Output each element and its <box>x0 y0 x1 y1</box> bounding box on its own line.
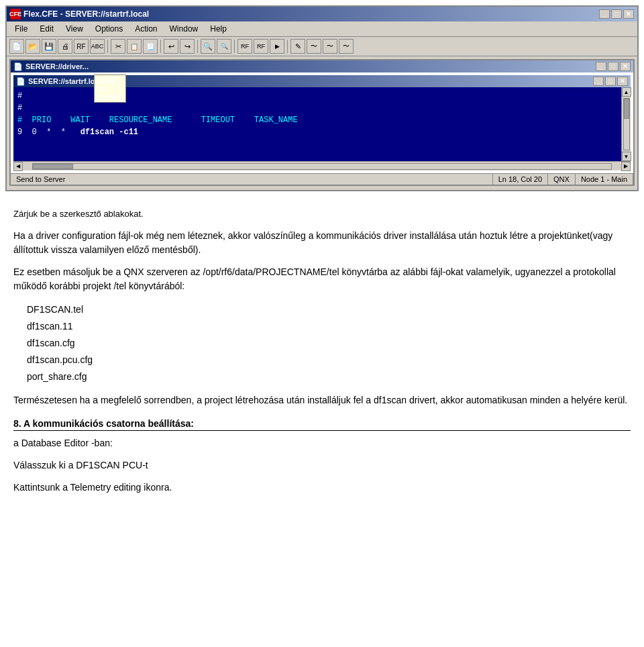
para-close-note: Zárjuk be a szerkesztő ablakokat. <box>13 207 631 221</box>
scroll-up-arrow[interactable]: ▲ <box>622 87 631 97</box>
scroll-down-arrow[interactable]: ▼ <box>622 152 631 161</box>
toolbar-print[interactable]: 🖨 <box>58 39 72 54</box>
toolbar-send1[interactable]: ▶ <box>270 39 284 54</box>
toolbar-sep2 <box>160 40 161 53</box>
inner-maximize[interactable]: □ <box>605 77 616 86</box>
para-install-note: Természetesen ha a megfelelő sorrendben,… <box>13 393 631 407</box>
app-titlebar: CFE Flex.CFE - SERVER://startrf.local _ … <box>7 7 637 21</box>
toolbar-redo[interactable]: ↪ <box>180 39 195 54</box>
outer-win-controls: _ □ ✕ <box>596 62 631 71</box>
v-scrollbar[interactable]: ▲ ▼ <box>621 87 631 161</box>
select-label: Válasszuk ki a DF1SCAN PCU-t <box>13 458 631 472</box>
para-driver-config: Ha a driver configuration fájl-ok még ne… <box>13 229 631 257</box>
file-item-4: df1scan.pcu.cfg <box>27 352 631 368</box>
toolbar-pen[interactable]: ✎ <box>290 39 305 54</box>
outer-doc-titlebar: 📄 SERVER://driver... Send to Server _ □ … <box>11 60 633 72</box>
minimize-button[interactable]: _ <box>599 9 610 19</box>
toolbar-undo[interactable]: ↩ <box>164 39 178 54</box>
file-item-5: port_share.cfg <box>27 368 631 385</box>
menu-view[interactable]: View <box>60 23 89 35</box>
outer-doc-title: SERVER://driver... <box>25 62 89 70</box>
toolbar-chart[interactable]: RF <box>74 39 89 54</box>
outer-minimize[interactable]: _ <box>596 62 606 71</box>
toolbar-open[interactable]: 📂 <box>25 39 40 54</box>
inner-title-left: 📄 SERVER://startrf.local <box>16 77 105 86</box>
toolbar-sep5 <box>287 40 288 53</box>
doc-title-area: 📄 SERVER://driver... Send to Server <box>13 62 89 71</box>
app-window: CFE Flex.CFE - SERVER://startrf.local _ … <box>5 5 639 191</box>
toolbar-new[interactable]: 📄 <box>9 39 24 54</box>
close-button[interactable]: ✕ <box>623 9 634 19</box>
menubar: File Edit View Options Action Window Hel… <box>7 21 637 37</box>
toolbar-copy[interactable]: 📋 <box>127 39 142 54</box>
toolbar-save[interactable]: 💾 <box>42 39 56 54</box>
h-scrollbar-thumb[interactable] <box>33 164 73 169</box>
toolbar-sep4 <box>234 40 235 53</box>
statusbar: Send to Server Ln 18, Col 20 QNX Node 1 … <box>11 173 633 185</box>
titlebar-left: CFE Flex.CFE - SERVER://startrf.local <box>10 9 149 19</box>
toolbar: 📄 📂 💾 🖨 RF ABC ✂ 📋 📃 ↩ ↪ 🔍 🔍 RF RF ▶ ✎ 〜… <box>7 37 637 56</box>
h-scrollbar-track <box>32 163 612 170</box>
editor-line-4: 9 0 * * df1scan -c11 <box>17 126 617 138</box>
menu-options[interactable]: Options <box>90 23 128 35</box>
toolbar-wave1[interactable]: 〜 <box>307 39 321 54</box>
toolbar-wave3[interactable]: 〜 <box>339 39 354 54</box>
inner-close[interactable]: ✕ <box>617 77 628 86</box>
status-mode: QNX <box>548 174 576 185</box>
inner-minimize[interactable]: _ <box>593 77 604 86</box>
toolbar-sep3 <box>197 40 198 53</box>
toolbar-ref1[interactable]: RF <box>237 39 252 54</box>
outer-doc-window: 📄 SERVER://driver... Send to Server _ □ … <box>9 59 635 186</box>
para-copy-files: Ez esetben másoljuk be a QNX szerveren a… <box>13 265 631 293</box>
status-position: Ln 18, Col 20 <box>493 174 548 185</box>
inner-area: 📄 SERVER://driver... Send to Server _ □ … <box>7 56 637 190</box>
status-node: Node 1 - Main <box>576 174 633 185</box>
h-scroll-left[interactable]: ◀ <box>13 162 23 171</box>
toolbar-sep1 <box>107 40 108 53</box>
tooltip-send-to-server: Send to Server <box>94 74 126 103</box>
toolbar-ref2[interactable]: RF <box>254 39 268 54</box>
file-item-1: DF1SCAN.tel <box>27 301 631 318</box>
toolbar-paste[interactable]: 📃 <box>143 39 158 54</box>
h-scrollbar: ◀ ▶ <box>13 161 631 170</box>
menu-window[interactable]: Window <box>164 23 204 35</box>
menu-action[interactable]: Action <box>129 23 162 35</box>
text-body: Zárjuk be a szerkesztő ablakokat. Ha a d… <box>0 197 644 513</box>
menu-edit[interactable]: Edit <box>34 23 59 35</box>
editor-line-3: # PRIO WAIT RESOURCE_NAME TIMEOUT TASK_N… <box>17 114 617 126</box>
toolbar-cut[interactable]: ✂ <box>111 39 125 54</box>
file-list: DF1SCAN.tel df1scan.11 df1scan.cfg df1sc… <box>27 301 631 386</box>
telemetry-label: Kattintsunk a Telemetry editing ikonra. <box>13 481 631 495</box>
toolbar-abc[interactable]: ABC <box>90 39 105 54</box>
toolbar-find[interactable]: 🔍 <box>201 39 215 54</box>
outer-close[interactable]: ✕ <box>620 62 631 71</box>
h-scroll-right[interactable]: ▶ <box>621 162 631 171</box>
db-editor-label: a Database Editor -ban: <box>13 436 631 450</box>
file-item-2: df1scan.11 <box>27 318 631 335</box>
toolbar-findmore[interactable]: 🔍 <box>217 39 231 54</box>
app-title: Flex.CFE - SERVER://startrf.local <box>23 9 149 19</box>
v-scrollbar-thumb[interactable] <box>624 99 629 119</box>
win-controls: _ □ ✕ <box>599 9 634 19</box>
app-icon: CFE <box>10 9 21 19</box>
file-item-3: df1scan.cfg <box>27 335 631 352</box>
v-scrollbar-track <box>623 98 630 150</box>
editor-line-2: # <box>17 102 617 114</box>
status-send: Send to Server <box>11 174 493 185</box>
maximize-button[interactable]: □ <box>611 9 622 19</box>
menu-help[interactable]: Help <box>205 23 232 35</box>
toolbar-wave2[interactable]: 〜 <box>323 39 337 54</box>
section-heading: 8. A kommunikációs csatorna beállítása: <box>13 418 631 431</box>
menu-file[interactable]: File <box>9 23 33 35</box>
inner-win-controls: _ □ ✕ <box>593 77 628 86</box>
outer-maximize[interactable]: □ <box>608 62 619 71</box>
